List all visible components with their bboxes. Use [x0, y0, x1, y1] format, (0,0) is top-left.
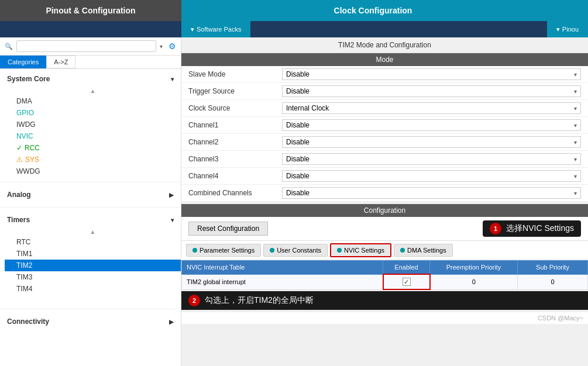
mode-section-header: Mode	[181, 53, 588, 66]
enabled-checkbox[interactable]: ✓	[403, 278, 411, 286]
sub-header-left	[0, 21, 181, 37]
timers-section: Timers ▾ ▲ RTC TIM1 TIM2 TIM3 TIM4	[0, 210, 181, 297]
combined-channels-row: Combined Channels Disable ▾	[181, 185, 588, 202]
top-header: Pinout & Configuration Clock Configurati…	[0, 0, 588, 21]
collapse-icon: ▾	[171, 76, 174, 82]
section-divider-3	[0, 309, 181, 309]
sidebar-item-rtc[interactable]: RTC	[5, 236, 181, 248]
content-area: TIM2 Mode and Configuration Mode Slave M…	[181, 37, 588, 366]
channel4-label: Channel4	[188, 172, 282, 180]
search-icon: 🔍	[5, 43, 13, 50]
sidebar-item-dma[interactable]: DMA	[5, 95, 181, 107]
sidebar-item-gpio[interactable]: GPIO	[5, 107, 181, 119]
annotation-number-2: 2	[188, 295, 200, 306]
sidebar-item-sys[interactable]: ⚠SYS	[5, 154, 181, 165]
sidebar-item-iwdg[interactable]: IWDG	[5, 119, 181, 130]
select-chevron-1: ▾	[574, 88, 577, 95]
clock-source-label: Clock Source	[188, 104, 282, 112]
dma-dot-icon	[400, 248, 405, 253]
nvic-col-sub: Sub Priority	[518, 261, 588, 275]
trigger-source-row: Trigger Source Disable ▾	[181, 83, 588, 100]
connectivity-expand-icon: ▶	[169, 319, 174, 325]
enabled-cell: ✓	[383, 274, 430, 289]
nvic-table-header-row: NVIC Interrupt Table Enabled Preemption …	[182, 261, 588, 275]
sidebar-item-wwdg[interactable]: WWDG	[5, 165, 181, 177]
nvic-dot-icon	[337, 248, 342, 253]
annotation-text-2: 勾选上，开启TIM2的全局中断	[205, 295, 314, 306]
annotation-text-1: 选择NVIC Settings	[506, 223, 574, 234]
analog-section: Analog ▶	[0, 185, 181, 205]
tab-parameter-settings[interactable]: Parameter Settings	[186, 244, 261, 257]
param-dot-icon	[192, 248, 197, 253]
content-title: TIM2 Mode and Configuration	[181, 37, 588, 53]
slave-mode-select[interactable]: Disable ▾	[282, 68, 581, 80]
channel2-select[interactable]: Disable ▾	[282, 136, 581, 148]
slave-mode-row: Slave Mode Disable ▾	[181, 66, 588, 83]
nvic-table: NVIC Interrupt Table Enabled Preemption …	[181, 260, 588, 290]
system-core-section: System Core ▾ ▲ DMA GPIO IWDG NVIC ✓RCC …	[0, 69, 181, 179]
up-arrow-timers: ▲	[5, 227, 181, 236]
tab-az[interactable]: A->Z	[46, 56, 75, 68]
sidebar-item-rcc[interactable]: ✓RCC	[5, 142, 181, 154]
channel2-label: Channel2	[188, 138, 282, 146]
analog-expand-icon: ▶	[169, 192, 174, 198]
section-divider-2	[0, 207, 181, 208]
enabled-checkbox-wrapper: ✓	[388, 278, 425, 286]
clock-source-select[interactable]: Internal Clock ▾	[282, 102, 581, 114]
channel1-select[interactable]: Disable ▾	[282, 119, 581, 131]
header-right-edge	[565, 0, 588, 21]
reset-config-button[interactable]: Reset Configuration	[188, 222, 268, 236]
annotation-bubble-1: 1 选择NVIC Settings	[483, 220, 581, 237]
tab-dma-settings[interactable]: DMA Settings	[394, 244, 453, 257]
sidebar-item-tim3[interactable]: TIM3	[5, 271, 181, 283]
channel4-row: Channel4 Disable ▾	[181, 168, 588, 185]
system-core-header[interactable]: System Core ▾	[0, 71, 181, 87]
channel3-select[interactable]: Disable ▾	[282, 153, 581, 165]
tab-categories[interactable]: Categories	[0, 56, 46, 68]
user-dot-icon	[270, 248, 274, 253]
pinout-header: Pinout & Configuration	[0, 0, 181, 21]
channel3-row: Channel3 Disable ▾	[181, 151, 588, 168]
nvic-table-container: NVIC Interrupt Table Enabled Preemption …	[181, 260, 588, 290]
channel4-select[interactable]: Disable ▾	[282, 170, 581, 182]
search-input[interactable]	[16, 40, 156, 52]
system-core-items: ▲ DMA GPIO IWDG NVIC ✓RCC ⚠SYS WWDG	[0, 87, 181, 177]
interrupt-name-cell: TIM2 global interrupt	[182, 274, 383, 289]
nvic-col-enabled: Enabled	[383, 261, 430, 275]
clock-source-row: Clock Source Internal Clock ▾	[181, 100, 588, 117]
select-chevron-0: ▾	[574, 71, 577, 78]
watermark: CSDN @Macy~	[181, 312, 588, 324]
pinout-btn[interactable]: ▾ Pinou	[547, 21, 588, 37]
sidebar-item-tim4[interactable]: TIM4	[5, 283, 181, 295]
sidebar-content: System Core ▾ ▲ DMA GPIO IWDG NVIC ✓RCC …	[0, 69, 181, 366]
up-arrow-indicator: ▲	[5, 87, 181, 95]
select-chevron-5: ▾	[574, 156, 577, 163]
connectivity-header[interactable]: Connectivity ▶	[0, 314, 181, 329]
timers-collapse-icon: ▾	[171, 217, 174, 223]
sidebar-item-tim1[interactable]: TIM1	[5, 248, 181, 260]
chevron-down-icon: ▾	[191, 26, 194, 33]
software-packs-btn[interactable]: ▾ Software Packs	[181, 21, 250, 37]
timers-items: ▲ RTC TIM1 TIM2 TIM3 TIM4	[0, 227, 181, 295]
select-chevron-3: ▾	[574, 122, 577, 129]
sidebar-item-tim2[interactable]: TIM2	[5, 260, 181, 271]
annotation-number-1: 1	[490, 223, 501, 234]
tab-user-constants[interactable]: User Constants	[263, 244, 328, 257]
trigger-source-label: Trigger Source	[188, 87, 282, 95]
analog-header[interactable]: Analog ▶	[0, 187, 181, 202]
config-actions-row: Reset Configuration 1 选择NVIC Settings	[181, 217, 588, 240]
trigger-source-select[interactable]: Disable ▾	[282, 85, 581, 97]
config-section-header: Configuration	[181, 204, 588, 217]
mode-fields: Slave Mode Disable ▾ Trigger Source Disa…	[181, 66, 588, 202]
slave-mode-label: Slave Mode	[188, 70, 282, 78]
annotation-2-row: 2 勾选上，开启TIM2的全局中断	[181, 291, 588, 310]
timers-header[interactable]: Timers ▾	[0, 212, 181, 227]
select-chevron-2: ▾	[574, 105, 577, 112]
nvic-col-name: NVIC Interrupt Table	[182, 261, 383, 275]
sidebar-search-row: 🔍 ▾ ⚙	[0, 37, 181, 56]
tab-nvic-settings[interactable]: NVIC Settings	[330, 243, 391, 257]
gear-icon[interactable]: ⚙	[169, 42, 176, 51]
sidebar-item-nvic[interactable]: NVIC	[5, 130, 181, 142]
connectivity-section: Connectivity ▶	[0, 312, 181, 332]
combined-channels-select[interactable]: Disable ▾	[282, 187, 581, 199]
